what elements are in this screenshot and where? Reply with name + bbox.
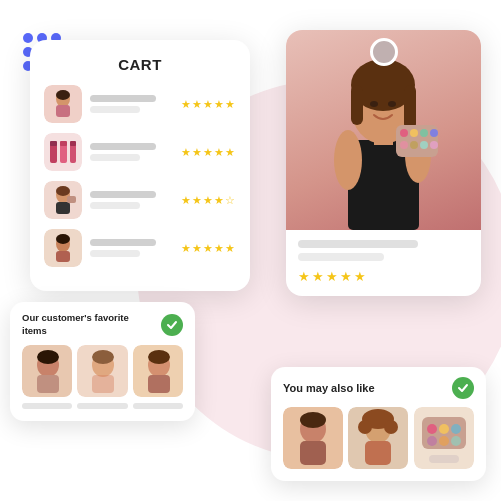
svg-rect-79 [429,455,459,463]
product-name-bar [298,240,418,248]
item-price-bar [90,154,140,161]
svg-point-36 [334,130,362,190]
svg-point-76 [427,436,437,446]
price-bar [77,403,127,409]
price-bar [133,403,183,409]
product-info-lines [298,240,469,261]
price-bar [22,403,72,409]
svg-point-0 [23,33,33,43]
cart-item-image [44,229,82,267]
check-badge [452,377,474,399]
also-like-item-image [348,407,408,469]
cart-item-image [44,133,82,171]
also-like-images [283,407,474,469]
cart-item-details [90,143,173,161]
svg-point-74 [439,424,449,434]
also-like-item-image [414,407,474,469]
svg-point-77 [439,436,449,446]
svg-point-45 [420,141,428,149]
favorites-images [22,345,183,397]
svg-rect-15 [50,141,57,146]
svg-rect-11 [56,105,70,117]
favorites-price-lines [22,403,183,409]
item-name-bar [90,239,156,246]
cart-item: ★★★★★ [44,133,236,171]
svg-point-39 [400,129,408,137]
svg-rect-19 [70,141,76,146]
cart-item-image [44,181,82,219]
item-price-bar [90,250,140,257]
item-name-bar [90,143,156,150]
cart-item: ★★★★☆ [44,181,236,219]
svg-point-73 [427,424,437,434]
item-stars: ★★★★★ [181,242,236,255]
also-like-header: You may also like [283,377,474,399]
svg-point-56 [92,350,114,364]
favorite-item-image [22,345,72,397]
favorites-panel: Our customer's favorite items [10,302,195,421]
svg-rect-55 [92,375,114,393]
svg-point-41 [420,129,428,137]
cart-item-details [90,191,173,209]
item-price-bar [90,106,140,113]
item-name-bar [90,95,156,102]
favorite-item-image [77,345,127,397]
svg-point-70 [384,420,398,434]
also-like-item-image [283,407,343,469]
favorite-item-image [133,345,183,397]
svg-point-60 [148,350,170,364]
svg-rect-35 [404,85,416,130]
svg-point-44 [410,141,418,149]
cart-item-image [44,85,82,123]
svg-point-69 [358,420,372,434]
product-panel: ★★★★★ [286,30,481,296]
svg-rect-34 [351,85,363,125]
svg-rect-27 [56,251,70,262]
favorites-header: Our customer's favorite items [22,312,183,337]
svg-point-43 [400,141,408,149]
svg-point-78 [451,436,461,446]
cart-item-details [90,95,173,113]
svg-point-40 [410,129,418,137]
svg-rect-63 [300,441,326,465]
cart-item: ★★★★★ [44,229,236,267]
svg-point-42 [430,129,438,137]
check-badge [161,314,183,336]
item-price-bar [90,202,140,209]
also-like-panel: You may also like [271,367,486,481]
svg-rect-51 [37,375,59,393]
cart-panel: CART ★★★★★ [30,40,250,291]
svg-rect-67 [365,441,391,465]
product-panel-bottom: ★★★★★ [286,230,481,296]
svg-point-48 [388,101,396,107]
cart-item-details [90,239,173,257]
favorites-title: Our customer's favorite items [22,312,132,337]
svg-point-64 [300,412,326,428]
product-stars: ★★★★★ [298,269,469,284]
svg-rect-22 [56,202,70,214]
svg-point-28 [56,234,70,244]
cart-item: ★★★★★ [44,85,236,123]
svg-rect-24 [67,196,76,203]
item-stars: ★★★★★ [181,98,236,111]
svg-point-75 [451,424,461,434]
svg-point-46 [430,141,438,149]
svg-point-12 [56,90,70,100]
also-like-title: You may also like [283,382,375,394]
product-price-bar [298,253,384,261]
svg-point-23 [56,186,70,196]
svg-rect-17 [60,141,67,146]
svg-point-52 [37,350,59,364]
avatar-circle [370,38,398,66]
svg-point-47 [370,101,378,107]
item-stars: ★★★★★ [181,146,236,159]
item-name-bar [90,191,156,198]
cart-title: CART [44,56,236,73]
svg-rect-59 [148,375,170,393]
item-stars: ★★★★☆ [181,194,236,207]
